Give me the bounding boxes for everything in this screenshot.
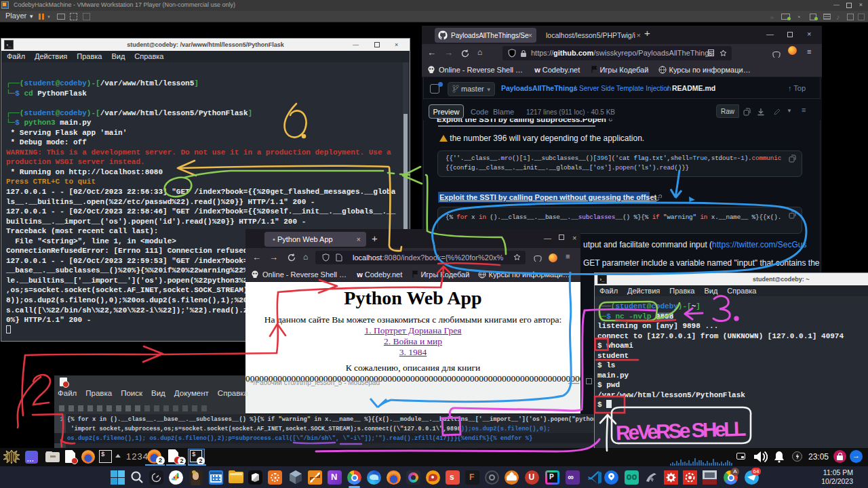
svg-text:ReVeRSe SHeLL: ReVeRSe SHeLL	[616, 418, 747, 445]
